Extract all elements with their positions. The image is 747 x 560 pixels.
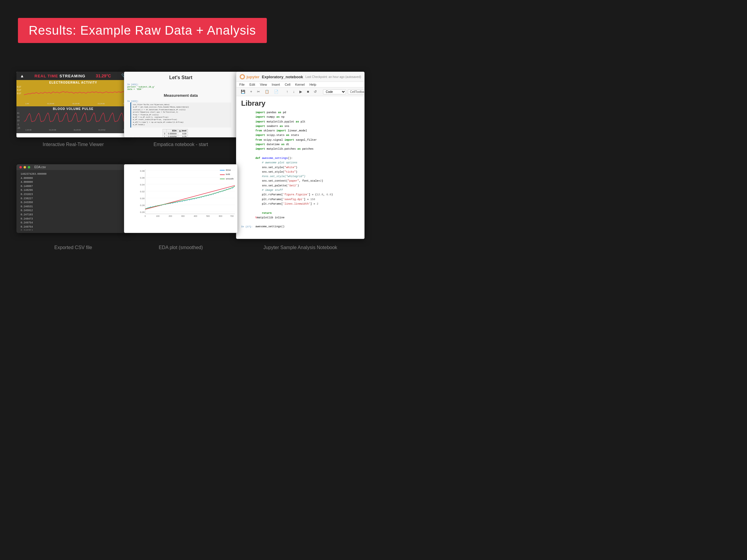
bvp-chart-area: 411413-1-15 1:24:4601:24:4801:24:5001:24… [17,111,130,131]
cell-type-select[interactable]: Code Markdown [323,89,346,95]
svg-text:100: 100 [156,215,159,217]
jupyter-content: Library In [17]: import pandas as pd imp… [236,96,364,230]
svg-text:300: 300 [181,215,185,217]
window-close-dot[interactable] [20,166,22,168]
svg-text:0.30: 0.30 [140,197,145,200]
menu-edit[interactable]: Edit [250,83,255,86]
temperature-display: 31.29°C [96,74,111,78]
in-prompt: In [17]: [241,225,253,228]
csv-data-line: 0.249754 [21,229,126,230]
toolbar-cut-btn[interactable]: ✂ [256,89,261,95]
legend-smooth: smooth [220,177,234,181]
panel-csv: EDA.csv 1462374283.000000 4.000000 4.000… [17,164,130,233]
csv-data-line: 0.238227 [21,197,126,201]
caption-plot: EDA plot (smoothed) [124,245,237,250]
window-minimize-dot[interactable] [24,166,26,168]
bvp-time-labels: 1:24:4601:24:4801:24:5001:24:5201:24:54 [25,129,130,131]
caption-jupyter: Jupyter Sample Analysis Notebook [236,245,364,250]
jupyter-toolbar: 💾 + ✂ 📋 📄 ↑ ↓ ▶ ■ ↺ Code Markdown CellTo… [236,87,364,96]
legend-smooth-line [220,179,225,179]
svg-text:0.26: 0.26 [140,211,145,214]
toolbar-paste-btn[interactable]: 📄 [273,89,280,95]
jupyter-cell-1: In [421]: person= 'subject_18_g' data = … [124,82,237,91]
eda-time-labels: 1:4401:24:4601:24:4801:24:5001:24:52 [25,103,130,105]
toolbar-stop-btn[interactable]: ■ [305,89,310,95]
code-block: csv_file='%s/%s.csv'%(person,data) m_df … [130,102,231,128]
streaming-title: REAL TIME STREAMING [35,74,85,78]
streaming-header: ▲ REAL TIME STREAMING 31.29°C 📎 [17,72,130,80]
panel-main-jupyter: jupyter Exploratory_notebook Last Checkp… [236,72,364,239]
csv-data-line: 0.249754 [21,225,126,230]
up-arrow-icon: ▲ [20,74,24,78]
csv-data-line: 0.249754 [21,221,126,225]
cell-in-label: In [421]: [127,83,139,86]
svg-text:500: 500 [206,215,210,217]
svg-text:0.36: 0.36 [140,177,145,179]
bvp-label: BLOOD VOLUME PULSE [17,106,130,111]
svg-line-26 [145,185,235,209]
bvp-waveform [24,111,128,129]
csv-data-line: 0.248473 [21,217,126,221]
cell-in-label-2: In [422]: [127,100,139,102]
toolbar-save-btn[interactable]: 💾 [239,89,247,95]
code-cell-library: In [17]: import pandas as pd import nump… [241,110,359,230]
toolbar-add-btn[interactable]: + [249,89,254,95]
svg-text:700: 700 [230,215,234,217]
toolbar-run-btn[interactable]: ▶ [298,89,304,95]
svg-text:200: 200 [169,215,172,217]
menu-help[interactable]: Help [310,83,316,86]
svg-text:600: 600 [219,215,222,217]
bvp-section: BLOOD VOLUME PULSE 411413-1-15 1:24:4601… [17,106,130,133]
csv-data-line: 0.246531 [21,205,126,209]
csv-data-line: 0.148887 [21,185,126,189]
toolbar-restart-btn[interactable]: ↺ [312,89,318,95]
jupyter-menu-bar: File Edit View Insert Cell Kernel Help [236,82,364,87]
toolbar-down-btn[interactable]: ↓ [291,89,296,95]
csv-data-line: 0.243350 [21,201,126,205]
csv-data-line: 0.231823 [21,193,126,197]
page-title: Results: Example Raw Data + Analysis [29,23,256,37]
out-label: Out[423]: [127,136,145,137]
menu-kernel[interactable]: Kernel [295,83,305,86]
legend-linfit: linfit [220,172,234,177]
toolbar-copy-btn[interactable]: 📋 [263,89,271,95]
bvp-y-labels: 411413-1-15 [17,111,20,130]
menu-cell[interactable]: Cell [285,83,290,86]
legend-eda: EDA [220,168,234,172]
panel-streaming: ▲ REAL TIME STREAMING 31.29°C 📎 ELECTROD… [17,72,130,137]
panel-eda-plot: EDA linfit smooth [124,164,237,233]
caption-streaming: Interactive Real-Time Viewer [17,142,130,147]
svg-text:0.28: 0.28 [140,204,145,207]
svg-text:0: 0 [145,215,146,217]
legend-eda-line [220,170,225,170]
csv-data-content: 1462374283.000000 4.000000 4.000000 0.14… [17,170,130,230]
window-maximize-dot[interactable] [28,166,30,168]
eda-chart-area: 0.170.170.17 1:4401:24:4601:24:4801:24:5… [17,85,130,105]
svg-text:400: 400 [194,215,197,217]
csv-data-line: 0.247193 [21,213,126,217]
menu-insert[interactable]: Insert [272,83,280,86]
checkpoint-status: Last Checkpoint: an hour ago (autosaved) [305,75,361,79]
celltoolbar-btn[interactable]: CellToolbar [348,89,364,95]
legend-linfit-line [220,175,225,175]
title-bar: Results: Example Raw Data + Analysis [18,18,267,43]
notebook-name: Exploratory_notebook [262,75,303,79]
legend-linfit-label: linfit [226,172,230,177]
eda-label: ELECTRODERMAL ACTIVITY [17,80,130,85]
menu-view[interactable]: View [260,83,267,86]
csv-data-line: 4.000000 [21,177,126,181]
legend-smooth-label: smooth [226,177,234,181]
toolbar-up-btn[interactable]: ↑ [285,89,289,95]
csv-data-line: 0.148296 [21,188,126,193]
menu-file[interactable]: File [239,83,245,86]
plot-area: EDA linfit smooth [124,165,237,233]
eda-section: ELECTRODERMAL ACTIVITY 0.170.170.17 1:44… [17,80,130,106]
output-table: EDAg_level 00.0000000.00 10.0030560.25 2… [162,129,188,137]
out-row: Out[423]: EDAg_level 00.0000000.00 10.00… [124,128,237,137]
jupyter-cell-2: In [422]: csv_file='%s/%s.csv'%(person,d… [124,99,237,128]
jupyter-logo: jupyter [239,74,259,80]
csv-data-line: 0.245912 [21,209,126,213]
svg-point-1 [241,75,244,78]
caption-csv: Exported CSV file [17,245,130,250]
csv-filename: EDA.csv [34,165,46,169]
